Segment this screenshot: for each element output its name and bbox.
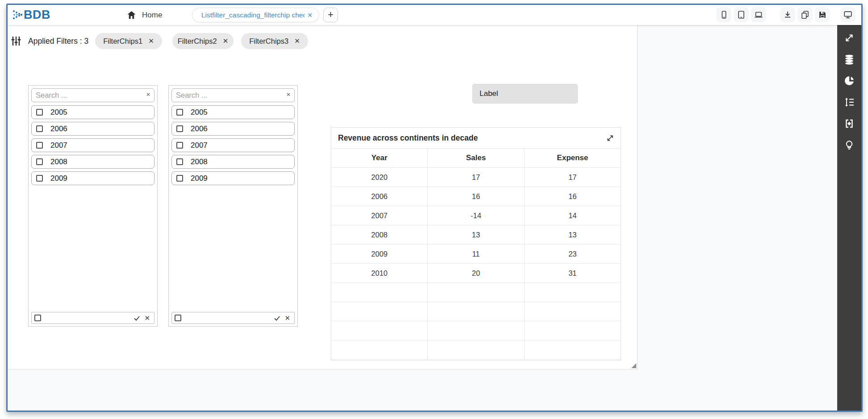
checkbox[interactable] (36, 109, 43, 116)
checkbox[interactable] (176, 158, 183, 165)
line-spacing-icon (844, 97, 855, 108)
tab-label: Listfilter_cascading_filterchip check (192, 11, 305, 19)
label-text: Label (480, 89, 498, 98)
duplicate-button[interactable] (797, 7, 813, 22)
download-icon (783, 10, 793, 20)
copy-icon (800, 10, 810, 20)
table-widget: Revenue across continents in decade Year… (331, 127, 621, 361)
chip-remove-icon[interactable]: ✕ (148, 37, 154, 45)
table-row: 2008 13 13 (331, 225, 621, 245)
datastore-button[interactable] (844, 54, 855, 65)
filter-option[interactable]: 2009 (171, 171, 295, 185)
laptop-preview-button[interactable] (751, 7, 766, 22)
tablet-icon (736, 10, 746, 20)
filter-chip[interactable]: FilterChips2 ✕ (172, 33, 234, 49)
checkbox[interactable] (36, 175, 43, 182)
panel-footer: ✕ (171, 312, 295, 324)
add-tab-button[interactable]: + (323, 8, 338, 22)
dashboard-canvas: Applied Filters : 3 FilterChips1 ✕ Filte… (8, 25, 638, 369)
list-filter-panel-1: ✕ 2005 2006 2007 (28, 85, 158, 327)
filter-option[interactable]: 2007 (171, 138, 295, 152)
table-row (331, 302, 621, 321)
table-row: 2006 16 16 (331, 187, 621, 206)
filter-chip[interactable]: FilterChips3 ✕ (241, 33, 308, 49)
filter-option[interactable]: 2007 (31, 138, 154, 152)
checkbox[interactable] (176, 175, 183, 182)
checkbox[interactable] (176, 142, 183, 149)
clear-selection-icon[interactable]: ✕ (281, 314, 294, 322)
laptop-icon (754, 10, 764, 20)
bdb-logo-icon (12, 8, 24, 22)
maximize-button[interactable] (844, 33, 855, 43)
apply-check-icon[interactable] (133, 315, 141, 322)
filter-option[interactable]: 2009 (31, 171, 154, 185)
logo-text: BDB (24, 8, 50, 22)
table-row (331, 283, 621, 302)
top-bar: BDB Home Listfilter_cascading_filterchip… (8, 5, 861, 25)
filter-option[interactable]: 2005 (31, 105, 154, 119)
table-column-headers: Year Sales Expense (331, 149, 621, 168)
panel-footer: ✕ (31, 312, 154, 324)
checkbox[interactable] (36, 158, 43, 165)
table-row (331, 321, 621, 340)
home-label[interactable]: Home (142, 5, 162, 25)
filter-option[interactable]: 2008 (31, 155, 154, 169)
search-input[interactable] (31, 88, 154, 102)
line-spacing-button[interactable] (844, 97, 855, 108)
filter-option[interactable]: 2008 (171, 155, 295, 169)
applied-filters-label: Applied Filters : 3 (28, 33, 88, 49)
insights-button[interactable] (844, 140, 855, 150)
applied-filters-bar: Applied Filters : 3 FilterChips1 ✕ Filte… (8, 33, 637, 49)
maximize-icon (844, 33, 855, 43)
filter-option[interactable]: 2005 (171, 105, 295, 119)
mobile-preview-button[interactable] (716, 7, 731, 22)
search-input[interactable] (171, 88, 295, 102)
desktop-preview-button[interactable] (840, 7, 855, 22)
checkbox[interactable] (36, 125, 43, 132)
right-sidebar (837, 25, 861, 411)
chip-remove-icon[interactable]: ✕ (223, 37, 229, 45)
save-button[interactable] (815, 7, 830, 22)
clear-selection-icon[interactable]: ✕ (141, 314, 154, 322)
filter-option[interactable]: 2006 (171, 122, 295, 136)
filter-chip[interactable]: FilterChips1 ✕ (95, 33, 162, 49)
select-all-checkbox[interactable] (34, 315, 41, 321)
download-button[interactable] (780, 7, 795, 22)
filter-sliders-icon (10, 35, 22, 47)
table-row: 2009 11 23 (331, 245, 621, 264)
database-icon (844, 54, 855, 65)
dashboard-tab[interactable]: Listfilter_cascading_filterchip check ✕ (192, 8, 319, 22)
clear-search-icon[interactable]: ✕ (146, 91, 150, 98)
tab-close-icon[interactable]: ✕ (305, 12, 319, 19)
table-title: Revenue across continents in decade (331, 133, 606, 143)
home-icon[interactable] (126, 10, 137, 20)
script-button[interactable] (844, 118, 855, 129)
app-window: BDB Home Listfilter_cascading_filterchip… (6, 4, 863, 412)
topbar-actions (716, 7, 855, 22)
expand-icon[interactable] (606, 134, 621, 142)
lightbulb-icon (844, 140, 855, 150)
table-row: 2010 20 31 (331, 264, 621, 283)
code-brackets-icon (844, 118, 855, 129)
bdb-logo: BDB (12, 8, 50, 22)
chart-button[interactable] (844, 75, 855, 86)
label-widget[interactable]: Label (472, 84, 578, 104)
mobile-icon (719, 10, 729, 20)
save-icon (818, 10, 827, 20)
checkbox[interactable] (176, 109, 183, 116)
filter-option[interactable]: 2006 (31, 122, 154, 136)
list-filter-panel-2: ✕ 2005 2006 2007 (168, 85, 298, 327)
checkbox[interactable] (36, 142, 43, 149)
table-row: 2007 -14 14 (331, 206, 621, 225)
main-area: Applied Filters : 3 FilterChips1 ✕ Filte… (8, 25, 861, 411)
select-all-checkbox[interactable] (175, 315, 181, 321)
chip-remove-icon[interactable]: ✕ (294, 37, 300, 45)
monitor-icon (843, 10, 853, 20)
clear-search-icon[interactable]: ✕ (286, 91, 291, 98)
pie-chart-icon (844, 75, 855, 86)
table-header-bar: Revenue across continents in decade (331, 128, 621, 149)
canvas-resize-handle[interactable] (631, 363, 636, 368)
checkbox[interactable] (176, 125, 183, 132)
tablet-preview-button[interactable] (734, 7, 749, 22)
apply-check-icon[interactable] (273, 315, 281, 322)
